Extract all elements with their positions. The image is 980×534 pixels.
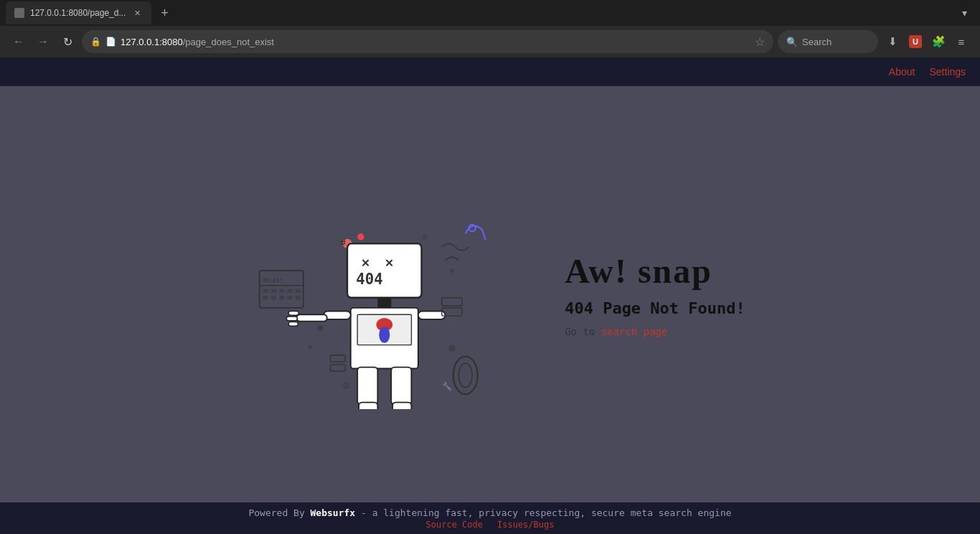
svg-rect-32 (288, 322, 298, 327)
svg-point-52 (308, 345, 313, 350)
app-nav: About Settings (0, 57, 980, 86)
tab-close-button[interactable]: ✕ (131, 7, 143, 19)
nav-bar: ← → ↻ 🔒 📄 127.0.0.1:8080/page_does_not_e… (0, 26, 980, 57)
address-host: 127.0.0.1:8080 (121, 37, 183, 47)
list-tabs-button[interactable]: ▾ (954, 3, 974, 23)
error-text-section: Aw! snap 404 Page Not Found! Go to searc… (565, 251, 745, 337)
svg-rect-33 (418, 312, 446, 319)
download-button[interactable]: ⬇ (882, 32, 903, 52)
svg-rect-14 (263, 296, 269, 300)
powered-by-prefix: Powered By (248, 507, 310, 518)
tab-bar: 127.0.0.1:8080/page_d... ✕ + ▾ (0, 0, 980, 26)
security-icon: 🔒 (90, 37, 101, 47)
refresh-button[interactable]: ↻ (57, 32, 77, 52)
go-to-text: Go to search page (565, 326, 745, 337)
svg-point-2 (357, 233, 364, 240)
svg-text:🔧: 🔧 (442, 381, 453, 391)
tab-favicon (14, 8, 24, 18)
robot-illustration: 00|01! ✕ ✕ 404 (235, 179, 507, 409)
robot-svg: 00|01! ✕ ✕ 404 (235, 179, 507, 409)
footer-desc-text: - a lightening fast, privacy respecting,… (355, 507, 731, 518)
ublock-button[interactable]: U (905, 32, 925, 52)
ublock-icon: U (909, 35, 922, 48)
footer-brand: Websurfx (311, 507, 356, 518)
back-button[interactable]: ← (9, 32, 29, 52)
svg-rect-29 (297, 314, 327, 321)
address-text: 127.0.0.1:8080/page_does_not_exist (121, 37, 748, 47)
search-icon: 🔍 (786, 37, 798, 47)
footer: Powered By Websurfx - a lightening fast,… (0, 502, 980, 534)
settings-link[interactable]: Settings (929, 66, 966, 78)
footer-description: Powered By Websurfx - a lightening fast,… (248, 507, 731, 518)
address-bar[interactable]: 🔒 📄 127.0.0.1:8080/page_does_not_exist ☆ (82, 30, 773, 53)
svg-rect-23 (378, 298, 392, 308)
svg-text:⚙: ⚙ (343, 380, 352, 391)
nav-actions: ⬇ U 🧩 ≡ (882, 32, 971, 52)
svg-rect-43 (331, 355, 346, 362)
new-tab-button[interactable]: + (154, 3, 174, 23)
svg-rect-38 (392, 403, 411, 409)
svg-rect-31 (287, 317, 298, 321)
svg-text:404: 404 (356, 271, 382, 288)
svg-rect-34 (357, 367, 377, 405)
footer-links: Source Code Issues/Bugs (426, 520, 555, 530)
svg-text:✕: ✕ (361, 257, 370, 269)
page-content: 00|01! ✕ ✕ 404 (0, 86, 980, 502)
extensions-icon: 🧩 (932, 35, 946, 48)
search-page-link[interactable]: search page (601, 326, 668, 337)
svg-point-47 (453, 357, 478, 395)
svg-rect-35 (359, 403, 377, 409)
svg-text:✕: ✕ (385, 257, 394, 269)
svg-rect-12 (287, 289, 293, 293)
svg-rect-28 (324, 312, 351, 319)
page-icon: 📄 (105, 37, 116, 47)
svg-rect-15 (271, 296, 277, 300)
svg-rect-9 (263, 289, 269, 293)
about-link[interactable]: About (889, 66, 915, 78)
svg-point-50 (450, 268, 454, 273)
svg-point-27 (379, 327, 390, 343)
svg-rect-11 (279, 289, 285, 293)
go-to-prefix: Go to (565, 326, 601, 337)
svg-text:00|01!: 00|01! (263, 277, 283, 284)
bookmark-button[interactable]: ☆ (755, 35, 765, 49)
search-box[interactable]: 🔍 Search (778, 30, 878, 53)
menu-button[interactable]: ≡ (951, 32, 971, 52)
svg-rect-44 (331, 365, 346, 371)
svg-point-51 (423, 234, 428, 240)
svg-rect-17 (287, 296, 293, 300)
svg-rect-13 (296, 289, 301, 293)
download-icon: ⬇ (888, 35, 897, 48)
svg-point-48 (459, 363, 473, 388)
active-tab[interactable]: 127.0.0.1:8080/page_d... ✕ (6, 1, 151, 24)
svg-rect-45 (442, 298, 462, 306)
forward-button[interactable]: → (33, 32, 53, 52)
svg-text:#: # (341, 237, 347, 248)
svg-rect-10 (271, 289, 277, 293)
svg-point-5 (448, 345, 455, 352)
error-headline: Aw! snap (565, 251, 745, 291)
svg-rect-18 (296, 296, 301, 300)
error-subheading: 404 Page Not Found! (565, 299, 745, 317)
tab-title: 127.0.0.1:8080/page_d... (30, 8, 126, 18)
search-text: Search (802, 37, 831, 47)
extensions-button[interactable]: 🧩 (928, 32, 948, 52)
svg-rect-16 (279, 296, 285, 300)
svg-rect-30 (288, 312, 298, 316)
menu-icon: ≡ (958, 36, 965, 48)
svg-point-3 (318, 325, 324, 331)
source-code-link[interactable]: Source Code (426, 520, 483, 530)
issues-link[interactable]: Issues/Bugs (497, 520, 554, 530)
svg-rect-37 (391, 367, 411, 405)
address-path: /page_does_not_exist (183, 37, 274, 47)
